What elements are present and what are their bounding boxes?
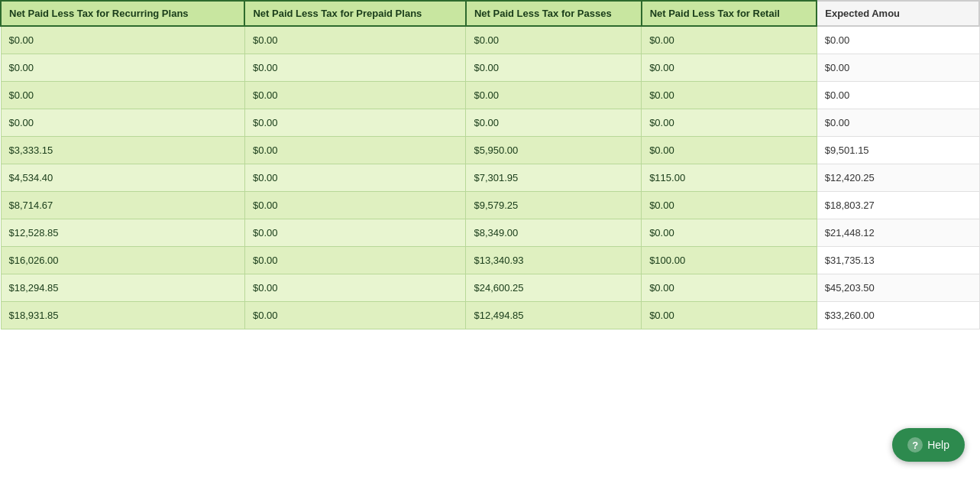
help-button[interactable]: ? Help [892, 428, 965, 462]
cell-passes: $8,349.00 [466, 219, 642, 247]
cell-prepaid: $0.00 [244, 164, 466, 192]
column-header-expected: Expected Amou [817, 1, 979, 26]
cell-retail: $100.00 [642, 247, 817, 274]
cell-retail: $0.00 [642, 26, 817, 54]
table-row: $0.00$0.00$0.00$0.00$0.00 [1, 26, 979, 54]
table-row: $3,333.15$0.00$5,950.00$0.00$9,501.15 [1, 137, 979, 164]
table-row: $4,534.40$0.00$7,301.95$115.00$12,420.25 [1, 164, 979, 192]
help-icon: ? [907, 437, 923, 453]
table-container: Net Paid Less Tax for Recurring PlansNet… [0, 0, 980, 477]
column-header-prepaid: Net Paid Less Tax for Prepaid Plans [244, 1, 466, 26]
cell-passes: $5,950.00 [466, 137, 642, 164]
cell-prepaid: $0.00 [244, 219, 466, 247]
cell-recurring: $0.00 [1, 109, 244, 137]
table-row: $12,528.85$0.00$8,349.00$0.00$21,448.12 [1, 219, 979, 247]
cell-expected: $31,735.13 [817, 247, 979, 274]
cell-retail: $115.00 [642, 164, 817, 192]
cell-prepaid: $0.00 [244, 82, 466, 109]
cell-expected: $0.00 [817, 109, 979, 137]
cell-prepaid: $0.00 [244, 192, 466, 219]
cell-retail: $0.00 [642, 302, 817, 329]
help-label: Help [927, 439, 949, 451]
table-row: $16,026.00$0.00$13,340.93$100.00$31,735.… [1, 247, 979, 274]
cell-expected: $18,803.27 [817, 192, 979, 219]
cell-prepaid: $0.00 [244, 247, 466, 274]
cell-recurring: $4,534.40 [1, 164, 244, 192]
cell-passes: $0.00 [466, 109, 642, 137]
cell-passes: $7,301.95 [466, 164, 642, 192]
cell-passes: $12,494.85 [466, 302, 642, 329]
table-row: $8,714.67$0.00$9,579.25$0.00$18,803.27 [1, 192, 979, 219]
table-row: $18,931.85$0.00$12,494.85$0.00$33,260.00 [1, 302, 979, 329]
cell-expected: $12,420.25 [817, 164, 979, 192]
table-body: $0.00$0.00$0.00$0.00$0.00$0.00$0.00$0.00… [1, 26, 979, 329]
cell-expected: $0.00 [817, 54, 979, 82]
cell-passes: $0.00 [466, 26, 642, 54]
cell-retail: $0.00 [642, 54, 817, 82]
cell-passes: $0.00 [466, 82, 642, 109]
cell-retail: $0.00 [642, 274, 817, 302]
cell-prepaid: $0.00 [244, 274, 466, 302]
cell-retail: $0.00 [642, 192, 817, 219]
cell-recurring: $18,931.85 [1, 302, 244, 329]
cell-expected: $0.00 [817, 82, 979, 109]
cell-recurring: $3,333.15 [1, 137, 244, 164]
cell-passes: $24,600.25 [466, 274, 642, 302]
table-row: $18,294.85$0.00$24,600.25$0.00$45,203.50 [1, 274, 979, 302]
table-row: $0.00$0.00$0.00$0.00$0.00 [1, 82, 979, 109]
table-header-row: Net Paid Less Tax for Recurring PlansNet… [1, 1, 979, 26]
column-header-passes: Net Paid Less Tax for Passes [466, 1, 642, 26]
cell-recurring: $0.00 [1, 82, 244, 109]
data-table: Net Paid Less Tax for Recurring PlansNet… [0, 0, 980, 329]
cell-prepaid: $0.00 [244, 137, 466, 164]
cell-recurring: $12,528.85 [1, 219, 244, 247]
table-row: $0.00$0.00$0.00$0.00$0.00 [1, 54, 979, 82]
cell-prepaid: $0.00 [244, 302, 466, 329]
cell-retail: $0.00 [642, 219, 817, 247]
cell-prepaid: $0.00 [244, 26, 466, 54]
cell-expected: $21,448.12 [817, 219, 979, 247]
cell-passes: $0.00 [466, 54, 642, 82]
cell-retail: $0.00 [642, 82, 817, 109]
cell-retail: $0.00 [642, 109, 817, 137]
column-header-recurring: Net Paid Less Tax for Recurring Plans [1, 1, 244, 26]
cell-prepaid: $0.00 [244, 54, 466, 82]
cell-passes: $13,340.93 [466, 247, 642, 274]
cell-expected: $9,501.15 [817, 137, 979, 164]
cell-expected: $33,260.00 [817, 302, 979, 329]
cell-retail: $0.00 [642, 137, 817, 164]
column-header-retail: Net Paid Less Tax for Retail [642, 1, 817, 26]
cell-recurring: $0.00 [1, 54, 244, 82]
cell-expected: $0.00 [817, 26, 979, 54]
cell-recurring: $0.00 [1, 26, 244, 54]
table-row: $0.00$0.00$0.00$0.00$0.00 [1, 109, 979, 137]
cell-recurring: $8,714.67 [1, 192, 244, 219]
cell-recurring: $18,294.85 [1, 274, 244, 302]
cell-expected: $45,203.50 [817, 274, 979, 302]
cell-recurring: $16,026.00 [1, 247, 244, 274]
cell-prepaid: $0.00 [244, 109, 466, 137]
cell-passes: $9,579.25 [466, 192, 642, 219]
